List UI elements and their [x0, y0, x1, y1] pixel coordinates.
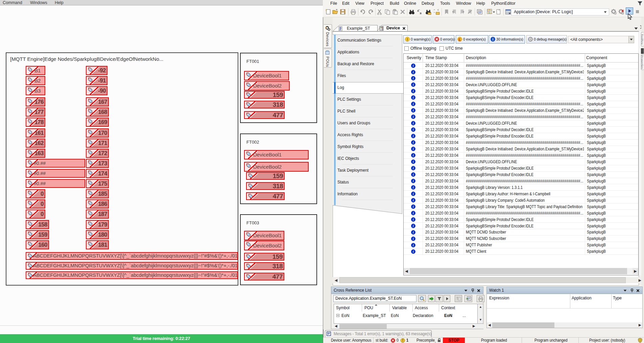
svg-text:A: A	[417, 9, 419, 13]
